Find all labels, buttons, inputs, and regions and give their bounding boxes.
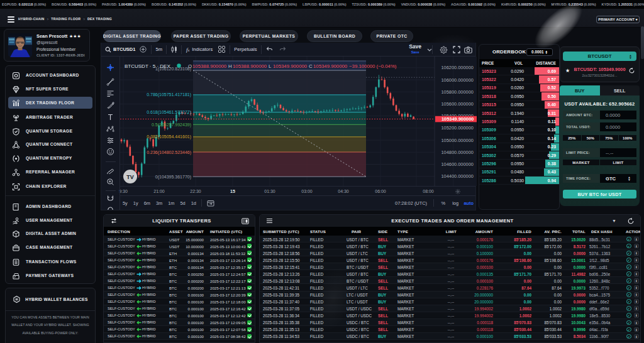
svg-text:104600.000000: 104600.000000 (441, 161, 474, 167)
svg-text:0.382(105054.441601): 0.382(105054.441601) (147, 134, 191, 139)
svg-text:106000.000000: 106000.000000 (441, 77, 474, 83)
svg-text:104800.000000: 104800.000000 (441, 150, 474, 155)
svg-text:C: C (309, 63, 313, 69)
svg-text:105349.900000: 105349.900000 (273, 63, 308, 69)
svg-text:BTCUSDT · 5 · DEX: BTCUSDT · 5 · DEX (125, 63, 170, 69)
svg-text:−39.100000 (−0.04%): −39.100000 (−0.04%) (349, 63, 397, 69)
svg-text:105000.000000: 105000.000000 (441, 138, 474, 143)
svg-text:0.5(105257.992439): 0.5(105257.992439) (152, 122, 191, 128)
svg-text:0.236(104802.523446): 0.236(104802.523446) (147, 150, 191, 155)
svg-text:106200.000000: 106200.000000 (441, 65, 474, 70)
svg-text:TV: TV (126, 174, 134, 180)
svg-text:105388.900000: 105388.900000 (233, 63, 267, 69)
svg-text:105349.900000: 105349.900000 (313, 63, 348, 69)
svg-text:105388.900000: 105388.900000 (192, 63, 227, 69)
svg-text:105349.900000: 105349.900000 (441, 116, 474, 122)
svg-text:0.618(105461.573277): 0.618(105461.573277) (147, 110, 191, 115)
svg-text:0.786(105751.417181): 0.786(105751.417181) (147, 92, 191, 97)
svg-text:0(104395.361770): 0(104395.361770) (155, 175, 191, 180)
svg-text:105800.000000: 105800.000000 (441, 89, 474, 95)
svg-text:105200.000000: 105200.000000 (441, 125, 474, 131)
svg-text:H: H (228, 63, 232, 69)
svg-text:L: L (269, 63, 272, 69)
svg-text:104400.000000: 104400.000000 (441, 173, 474, 179)
svg-text:105600.000000: 105600.000000 (441, 101, 474, 107)
svg-text:O: O (188, 63, 192, 69)
